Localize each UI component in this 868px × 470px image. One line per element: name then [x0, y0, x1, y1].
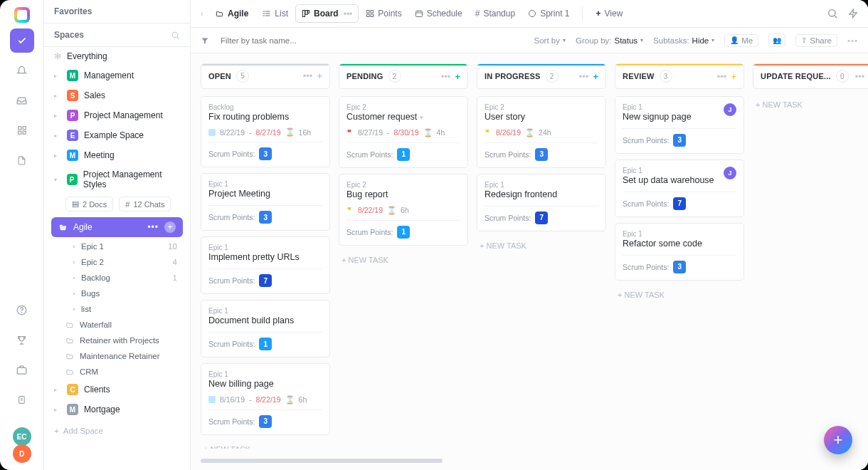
view-points[interactable]: Points: [360, 5, 407, 22]
search-icon[interactable]: [171, 31, 180, 40]
sidebar-item-meeting[interactable]: ▸ M Meeting: [44, 145, 190, 165]
lane-add[interactable]: +: [317, 70, 322, 81]
sidebar-spaces-header[interactable]: Spaces: [44, 23, 190, 47]
subtasks[interactable]: Subtasks: Hide ▾: [653, 36, 714, 45]
view-list[interactable]: List: [257, 5, 294, 22]
svg-rect-24: [371, 14, 374, 17]
scrum-points-label: Scrum Points:: [485, 214, 531, 222]
me-filter[interactable]: 👤Me: [724, 34, 758, 47]
sidebar-active-space[interactable]: ▾ P Project Management Styles: [44, 165, 190, 194]
lane-add[interactable]: +: [455, 71, 460, 82]
task-card[interactable]: Epic 2 Customer request ▾ 8/27/19-8/30/1…: [339, 96, 468, 168]
rail-clipboard[interactable]: [10, 387, 34, 412]
add-view[interactable]: +View: [590, 5, 628, 22]
new-task[interactable]: + NEW TASK: [339, 251, 468, 268]
sidebar-list-epic 2[interactable]: •Epic 2 4: [44, 254, 190, 270]
lane-more[interactable]: •••: [303, 70, 313, 81]
sidebar-item-project management[interactable]: ▸ P Project Management: [44, 105, 190, 125]
new-task[interactable]: + NEW TASK: [201, 441, 330, 449]
sidebar-folder-retainer with projects[interactable]: Retainer with Projects: [44, 333, 190, 348]
sidebar-favorites[interactable]: Favorites: [44, 0, 190, 23]
docs-chip[interactable]: ▤2 Docs: [65, 197, 113, 212]
add-space[interactable]: +Add Space: [44, 419, 190, 442]
sidebar-everything[interactable]: ✻Everything: [44, 47, 190, 66]
sidebar-folder-agile[interactable]: Agile ••• +: [51, 217, 183, 237]
horizontal-scrollbar[interactable]: [201, 459, 443, 463]
task-card[interactable]: Epic 1 New billing page 8/16/19-8/22/19⌛…: [201, 363, 330, 435]
lane-header[interactable]: UPDATE REQUE... 0 ••• +: [753, 63, 868, 89]
task-card[interactable]: Epic 1 Document build plans Scrum Points…: [201, 300, 330, 357]
view-board[interactable]: Board•••: [295, 4, 359, 23]
filter-icon[interactable]: [201, 36, 209, 45]
sidebar-list-epic 1[interactable]: •Epic 1 10: [44, 239, 190, 254]
lane-header[interactable]: REVIEW 3 ••• +: [615, 63, 744, 89]
lane-header[interactable]: OPEN 5 ••• +: [201, 63, 330, 89]
left-rail: EC D: [0, 0, 44, 470]
more-icon[interactable]: •••: [147, 222, 159, 232]
lane-header[interactable]: IN PROGRESS 2 ••• +: [477, 63, 606, 89]
share-button[interactable]: ⇪Share: [795, 34, 837, 47]
task-card[interactable]: Epic 1 New signup page J Scrum Points:3: [615, 96, 744, 154]
rail-trophy[interactable]: [10, 328, 34, 352]
app-logo[interactable]: [14, 7, 30, 23]
breadcrumb[interactable]: Agile: [209, 5, 254, 22]
sidebar-list-backlog[interactable]: •Backlog 1: [44, 270, 190, 286]
assignee-avatar[interactable]: J: [724, 103, 736, 116]
rail-dashboards[interactable]: [10, 118, 34, 142]
view-standup[interactable]: #Standup: [470, 5, 521, 22]
task-card[interactable]: Backlog Fix routing problems 8/22/19-8/2…: [201, 96, 330, 168]
lane-more[interactable]: •••: [855, 71, 865, 82]
sidebar-item-clients[interactable]: ▸ C Clients: [44, 380, 190, 400]
task-card[interactable]: Epic 1 Project Meeting Scrum Points:3: [201, 173, 330, 231]
rail-inbox[interactable]: [10, 88, 34, 113]
task-card[interactable]: Epic 1 Set up data warehouse J Scrum Poi…: [615, 160, 744, 217]
task-card[interactable]: Epic 2 Bug report 8/22/19⌛6h Scrum Point…: [339, 174, 468, 246]
sidebar-item-example space[interactable]: ▸ E Example Space: [44, 125, 190, 145]
assignees-filter[interactable]: 👥: [768, 33, 785, 47]
lane-header[interactable]: PENDING 2 ••• +: [339, 63, 468, 89]
new-task[interactable]: + NEW TASK: [753, 96, 868, 113]
task-card[interactable]: Epic 1 Refactor some code Scrum Points:3: [615, 223, 744, 281]
sidebar-item-management[interactable]: ▸ M Management: [44, 66, 190, 85]
sidebar-folder-crm[interactable]: CRM: [44, 364, 190, 380]
new-task[interactable]: + NEW TASK: [477, 237, 606, 254]
sidebar-list-bugs[interactable]: •Bugs: [44, 286, 190, 301]
toolbar-more[interactable]: •••: [847, 36, 858, 45]
card-tag: Epic 1: [208, 244, 322, 251]
rail-notifications[interactable]: [10, 58, 34, 83]
sidebar-folder-maintenance retainer[interactable]: Maintenance Retainer: [44, 348, 190, 364]
sidebar-folder-waterfall[interactable]: Waterfall: [44, 317, 190, 333]
lane-add[interactable]: +: [593, 71, 598, 82]
lane-more[interactable]: •••: [441, 71, 451, 82]
assignee-avatar[interactable]: J: [724, 167, 736, 179]
avatar-ec[interactable]: EC: [13, 427, 31, 446]
task-card[interactable]: Epic 1 Implement pretty URLs Scrum Point…: [201, 236, 330, 294]
rail-briefcase[interactable]: [10, 357, 34, 382]
svg-line-11: [177, 37, 179, 38]
rail-home[interactable]: [10, 28, 34, 53]
group-by[interactable]: Group by: Status ▾: [576, 36, 643, 45]
sort-by[interactable]: Sort by ▾: [534, 36, 566, 45]
new-task[interactable]: + NEW TASK: [615, 286, 744, 303]
add-icon[interactable]: +: [164, 221, 176, 233]
task-card[interactable]: Epic 2 User story 8/26/19⌛24h Scrum Poin…: [477, 96, 606, 168]
sidebar-item-mortgage[interactable]: ▸ M Mortgage: [44, 400, 190, 419]
view-sprint 1[interactable]: Sprint 1: [522, 5, 575, 22]
lane-more[interactable]: •••: [579, 71, 589, 82]
filter-input[interactable]: [219, 36, 333, 46]
search-icon[interactable]: [827, 8, 838, 19]
avatar-d[interactable]: D: [13, 444, 31, 463]
lane-more[interactable]: •••: [717, 71, 727, 82]
bolt-icon[interactable]: [848, 8, 858, 19]
collapse-sidebar-icon[interactable]: ‹: [201, 9, 203, 19]
lane-add[interactable]: +: [731, 71, 736, 82]
card-title: Bug report: [346, 189, 460, 201]
rail-help[interactable]: [10, 298, 34, 322]
view-schedule[interactable]: Schedule: [409, 5, 468, 22]
sidebar-list-list[interactable]: •list: [44, 301, 190, 317]
task-card[interactable]: Epic 1 Redesign frontend Scrum Points:7: [477, 174, 606, 231]
fab-create[interactable]: +: [824, 426, 852, 454]
chats-chip[interactable]: #12 Chats: [119, 197, 171, 212]
sidebar-item-sales[interactable]: ▸ S Sales: [44, 85, 190, 105]
rail-docs[interactable]: [10, 148, 34, 172]
